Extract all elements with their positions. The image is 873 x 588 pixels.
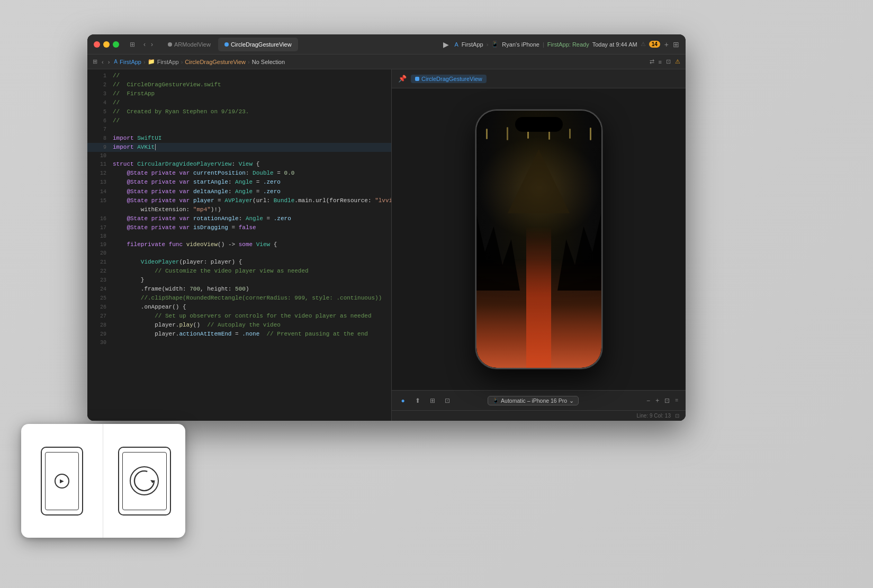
split-editor-icon[interactable]: ⇄	[650, 58, 654, 65]
pin-icon[interactable]: 📌	[398, 75, 407, 83]
tab-circledraggestureview[interactable]: CircleDragGestureView	[218, 38, 298, 51]
sep3: ›	[248, 59, 250, 65]
code-line: 22 // Customize the video player view as…	[87, 267, 391, 276]
code-editor[interactable]: 1 // 2 // CircleDragGestureView.swift 3 …	[87, 69, 391, 421]
code-line: 17 @State private var isDragging = false	[87, 223, 391, 232]
code-line: 18	[87, 232, 391, 241]
main-content: 1 // 2 // CircleDragGestureView.swift 3 …	[87, 69, 686, 421]
iphone-device	[475, 110, 602, 369]
run-button[interactable]: ▶	[443, 40, 449, 49]
breadcrumb-firstapp2[interactable]: FirstApp	[157, 59, 179, 65]
desktop: ⊞ ‹ › ARModelView CircleDragGestureView …	[0, 0, 873, 588]
add-icon[interactable]: +	[664, 40, 669, 49]
code-line: 16 @State private var rotationAngle: Ang…	[87, 214, 391, 223]
runway-video	[476, 111, 601, 368]
grid-layout-button[interactable]: ⊞	[427, 395, 438, 406]
preview-bottom-bar: ● ⬆ ⊞ ⊡ 📱 Automatic – iPhone 16 Pro ⌄ − …	[392, 390, 686, 410]
zoom-100-button[interactable]: =	[673, 396, 680, 404]
volume-up-button	[475, 148, 476, 159]
navigator-icon[interactable]: ≡	[659, 59, 662, 65]
sketch-panel-2	[103, 424, 185, 538]
code-line: 2 // CircleDragGestureView.swift	[87, 80, 391, 89]
code-line: 4 //	[87, 98, 391, 107]
tab-dot-active	[224, 42, 229, 47]
grid-icon[interactable]: ⊞	[93, 58, 97, 65]
sketch-panel-1-content: ▶	[41, 447, 83, 515]
pin-layout-button[interactable]: ⊡	[442, 395, 453, 406]
sep2: |	[543, 41, 544, 48]
sidebar-toggle-icon[interactable]: ⊞	[128, 40, 137, 49]
fullscreen-button[interactable]	[113, 41, 119, 48]
status-text: FirstApp: Ready	[547, 41, 589, 48]
warning-icon2[interactable]: ⚠	[675, 58, 680, 65]
device-selector[interactable]: 📱 Automatic – iPhone 16 Pro ⌄	[488, 396, 579, 405]
tab-label-active: CircleDragGestureView	[231, 41, 292, 48]
chevron-down-icon: ⌄	[569, 397, 574, 404]
preview-file-name: CircleDragGestureView	[421, 76, 482, 82]
tab-dot	[168, 42, 172, 47]
sep1: ›	[143, 59, 146, 65]
preview-header: 📌 CircleDragGestureView	[392, 69, 686, 88]
zoom-minus-button[interactable]: −	[644, 396, 652, 405]
warning-badge[interactable]: 14	[649, 41, 660, 48]
device-selector-label: Automatic – iPhone 16 Pro	[501, 397, 567, 404]
toolbar-row: ⊞ ‹ › A FirstApp › 📁 FirstApp › CircleDr…	[87, 55, 686, 69]
code-line: 29 player.actionAtItemEnd = .none // Pre…	[87, 330, 391, 339]
nav-forward-button[interactable]: ›	[149, 40, 155, 49]
nav-back-button[interactable]: ‹	[141, 40, 148, 49]
code-line: 6 //	[87, 116, 391, 125]
tab-bar: ARModelView CircleDragGestureView	[161, 38, 439, 51]
rotate-arrow-svg	[131, 466, 158, 495]
xcode-window: ⊞ ‹ › ARModelView CircleDragGestureView …	[87, 34, 686, 421]
code-line: 1 //	[87, 71, 391, 80]
code-line: 15 @State private var player = AVPlayer(…	[87, 196, 391, 205]
sketch-phone-screen-1: ▶	[45, 452, 79, 510]
iphone-screen	[476, 111, 601, 368]
breadcrumb-firstapp[interactable]: FirstApp	[120, 59, 141, 65]
code-line: 7	[87, 125, 391, 134]
code-line: 30	[87, 339, 391, 347]
zoom-plus-button[interactable]: +	[653, 396, 661, 405]
sketch-phone-2	[118, 447, 171, 515]
code-line: 13 @State private var startAngle: Angle …	[87, 178, 391, 187]
code-line: 24 .frame(width: 700, height: 500)	[87, 285, 391, 294]
upload-button[interactable]: ⬆	[412, 395, 424, 406]
power-button	[601, 153, 602, 169]
minimize-button[interactable]	[103, 41, 110, 48]
device-label: Ryan's iPhone	[502, 41, 539, 48]
scheme-label: FirstApp	[462, 41, 483, 48]
app-icon-label: A	[454, 41, 458, 48]
forward-icon[interactable]: ›	[108, 59, 110, 65]
live-preview-button[interactable]: ●	[397, 395, 409, 406]
device-sep: ›	[487, 41, 489, 48]
breadcrumb-file[interactable]: CircleDragGestureView	[185, 59, 246, 65]
code-line: 3 // FirstApp	[87, 89, 391, 98]
code-line: 5 // Created by Ryan Stephen on 9/19/23.	[87, 107, 391, 116]
layout-icon[interactable]: ⊞	[673, 40, 679, 49]
zoom-controls: − + ⊡ =	[644, 396, 680, 405]
warning-icon: ⚠	[641, 41, 646, 48]
center-info: ▶ A FirstApp › 📱 Ryan's iPhone | FirstAp…	[443, 40, 660, 49]
breadcrumb-selection[interactable]: No Selection	[252, 59, 285, 65]
toolbar-right: ⇄ ≡ ⊡ ⚠	[650, 58, 680, 65]
timestamp: Today at 9:44 AM	[592, 41, 637, 48]
zoom-fit-button[interactable]: ⊡	[662, 396, 672, 405]
breadcrumb: A FirstApp › 📁 FirstApp › CircleDragGest…	[114, 58, 285, 65]
code-line: 20	[87, 249, 391, 258]
tab-armodelview[interactable]: ARModelView	[161, 38, 217, 51]
back-icon[interactable]: ‹	[102, 59, 104, 65]
inspector-icon[interactable]: ⊡	[666, 58, 671, 65]
preview-panel: 📌 CircleDragGestureView	[392, 69, 686, 421]
code-line: 27 // Set up observers or controls for t…	[87, 312, 391, 321]
title-bar-right: + ⊞	[664, 40, 679, 49]
code-line: 25 //.clipShape(RoundedRectangle(cornerR…	[87, 294, 391, 303]
device-phone-icon: 📱	[491, 41, 499, 48]
editor-panel: 1 // 2 // CircleDragGestureView.swift 3 …	[87, 69, 392, 421]
code-line: 19 fileprivate func videoView() -> some …	[87, 240, 391, 249]
layout-status-icon: ⊡	[675, 413, 679, 419]
close-button[interactable]	[94, 41, 100, 48]
code-line-9: 9 import AVKit	[87, 143, 391, 152]
code-line: 10	[87, 152, 391, 160]
breadcrumb-folder-icon: 📁	[148, 58, 155, 65]
code-line: 21 VideoPlayer(player: player) {	[87, 258, 391, 267]
